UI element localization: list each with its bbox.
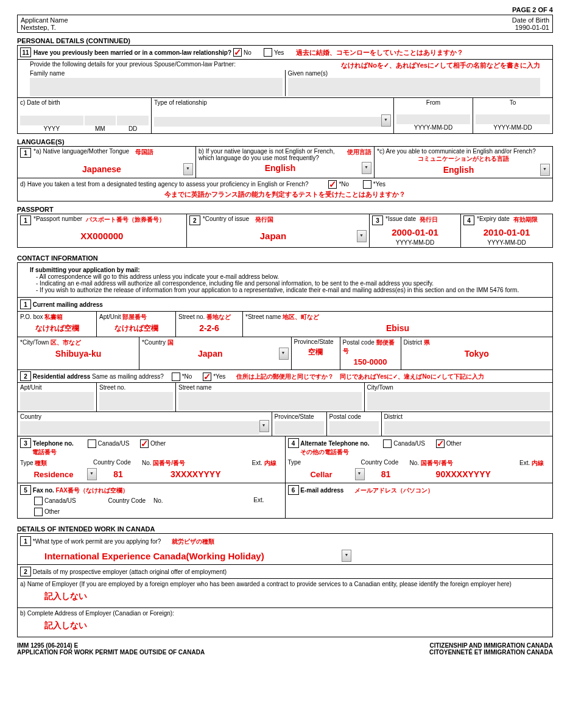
tel-other: Other — [150, 440, 166, 447]
lang-b-value: English — [199, 161, 362, 175]
fax-cus: Canada/US — [44, 497, 76, 504]
lang-d-no-checkbox[interactable] — [328, 180, 337, 189]
r-country-dropdown[interactable] — [259, 420, 269, 432]
given-name-input[interactable] — [288, 78, 541, 96]
tel-other-checkbox[interactable] — [140, 439, 149, 448]
r-apt-input[interactable] — [20, 392, 94, 410]
alt-label: Alternate Telephone no. — [300, 440, 369, 447]
contact-n2: 2 — [20, 371, 31, 381]
lang-b-label: b) If your native language is not Englis… — [199, 148, 343, 161]
r-prov-input[interactable] — [275, 421, 324, 435]
dob-dd-input[interactable] — [117, 116, 149, 125]
r-dist-input[interactable] — [384, 421, 550, 435]
family-name-label: Family name — [30, 70, 283, 77]
work-n1: 1 — [20, 536, 31, 546]
page-number: PAGE 2 OF 4 — [17, 6, 553, 13]
country-dropdown[interactable] — [279, 348, 289, 360]
pass-n4: 4 — [463, 215, 474, 225]
type-label: Type — [20, 460, 33, 466]
r-postal-input[interactable] — [329, 421, 379, 435]
work-q1-note: 就労ビザの種類 — [172, 538, 214, 545]
lang-b-dropdown[interactable] — [362, 162, 371, 174]
ext-label: Ext. — [252, 460, 262, 466]
r-stname-input[interactable] — [178, 392, 362, 410]
languages-title: LANGUAGE(S) — [17, 138, 553, 146]
contact-title: CONTACT INFORMATION — [17, 254, 553, 262]
alt-cc-value: 81 — [365, 467, 407, 481]
cc-label: Country Code — [93, 459, 131, 466]
q11-no-checkbox[interactable] — [233, 48, 242, 57]
alt-type-dropdown[interactable] — [355, 468, 365, 480]
r-city-label: City/Town — [367, 384, 551, 391]
pass-f3-label: *Issue date — [385, 215, 416, 225]
contact-n5: 5 — [20, 485, 31, 495]
family-name-input[interactable] — [30, 78, 283, 96]
contact-b2: - Indicating an e-mail address will auth… — [36, 280, 540, 287]
tel-cc-value: 81 — [97, 467, 139, 481]
alt-type-label: Type — [288, 459, 301, 466]
email-label: E-mail address — [300, 487, 343, 494]
pass-f4-label: *Expiry date — [477, 215, 510, 225]
applicant-header: Applicant Name Nextstep, T. Date of Birt… — [17, 15, 553, 33]
alt-other: Other — [446, 440, 462, 447]
work-permit-dropdown[interactable] — [342, 550, 351, 562]
dob-yyyy-input[interactable] — [20, 116, 83, 125]
r-country-label: Country — [20, 413, 269, 420]
stno-note: 番地など — [206, 313, 231, 320]
fax-other-checkbox[interactable] — [34, 508, 43, 516]
relationship-type-input[interactable] — [154, 117, 381, 127]
dist-label: District — [404, 339, 423, 346]
fax-other: Other — [44, 508, 60, 515]
alt-other-checkbox[interactable] — [436, 439, 445, 448]
footer-r1: CITIZENSHIP AND IMMIGRATION CANADA — [429, 642, 553, 649]
r-country-input[interactable] — [20, 421, 259, 435]
lang-d-no: *No — [339, 181, 349, 187]
given-name-label: Given name(s) — [288, 70, 541, 77]
from-label: From — [396, 99, 470, 106]
country-label: *Country — [142, 339, 166, 346]
relationship-dropdown[interactable] — [381, 114, 391, 127]
r-postal-label: Postal code — [329, 413, 379, 420]
no-label: No. — [142, 460, 152, 466]
r-city-input[interactable] — [367, 392, 551, 410]
q11-question: Have you previously been married or in a… — [33, 49, 231, 56]
contact-n1: 1 — [20, 299, 31, 309]
q11-yes-checkbox[interactable] — [264, 48, 272, 57]
work-title: DETAILS OF INTENDED WORK IN CANADA — [17, 525, 553, 533]
stno-label: Street no. — [178, 313, 205, 320]
q11-number: 11 — [20, 47, 31, 57]
apt-label: Apt/Unit — [99, 313, 121, 320]
q11-yes-label: Yes — [274, 49, 284, 56]
pass-f3-value: 2000-01-01 — [372, 225, 458, 239]
work-q1-label: *What type of work permit are you applyi… — [33, 538, 161, 545]
dob-mm-input[interactable] — [85, 116, 116, 125]
fax-no-label: No. — [153, 497, 163, 504]
email-note: メールアドレス（パソコン） — [354, 487, 434, 494]
r-stno-input[interactable] — [99, 392, 173, 410]
work-qa-label: a) Name of Employer (If you are employed… — [20, 581, 550, 587]
tel-cus: Canada/US — [98, 440, 130, 447]
q11-note1: 過去に結婚、コモンローをしていたことはありますか？ — [296, 48, 463, 57]
pass-country-dropdown[interactable] — [357, 230, 367, 242]
fax-cus-checkbox[interactable] — [34, 497, 43, 505]
r-apt-label: Apt/Unit — [20, 384, 94, 391]
q11-provide: Provide the following details for your p… — [30, 61, 236, 70]
lang-a-label: *a) Native language/Mother Tongue — [33, 148, 129, 158]
lang-d-yes-checkbox[interactable] — [363, 180, 371, 189]
same-no-checkbox[interactable] — [172, 373, 180, 381]
fax-label: Fax no. — [33, 487, 54, 494]
contact-b3: - If you wish to authorize the release o… — [36, 287, 540, 293]
stname-label: *Street name — [245, 313, 281, 320]
tel-type-dropdown[interactable] — [87, 468, 97, 480]
prov-label: Province/State — [294, 338, 334, 345]
lang-c-dropdown[interactable] — [540, 164, 550, 176]
to-input[interactable] — [476, 114, 550, 124]
dob-label: Date of Birth — [512, 16, 549, 24]
same-yes-checkbox[interactable] — [203, 373, 211, 381]
lang-number: 1 — [20, 148, 31, 158]
from-input[interactable] — [396, 114, 470, 124]
lang-a-dropdown[interactable] — [183, 163, 193, 175]
alt-cus-checkbox[interactable] — [383, 439, 392, 448]
lang-c-label: *c) Are you able to communicate in Engli… — [377, 148, 536, 155]
tel-cus-checkbox[interactable] — [88, 439, 96, 448]
